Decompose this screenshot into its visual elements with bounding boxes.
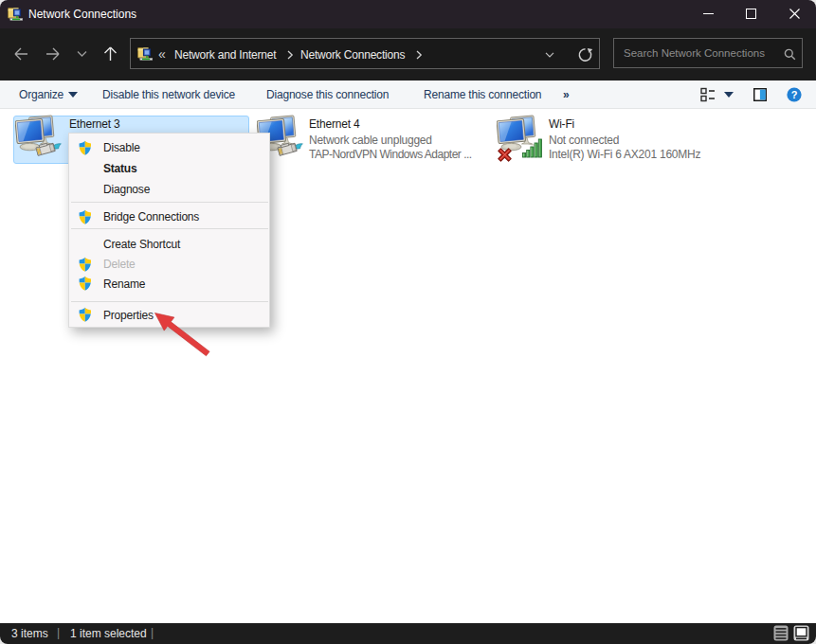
svg-text:?: ? [791,89,798,100]
